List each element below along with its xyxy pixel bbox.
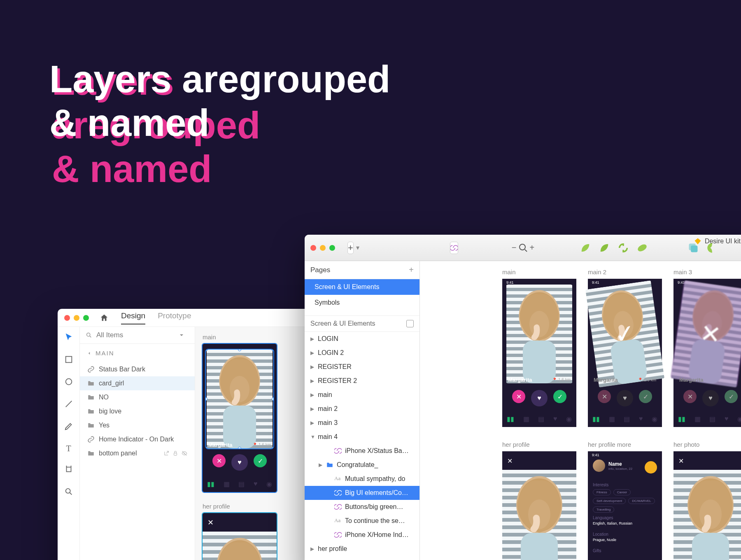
card-photo[interactable]	[206, 350, 273, 448]
interest-tag[interactable]: Fitness	[593, 489, 611, 495]
artboard-her-profile[interactable]: ✕	[203, 513, 277, 560]
export-icon[interactable]	[163, 450, 169, 456]
layer-row[interactable]: bottom panel	[80, 446, 195, 460]
disclosure-arrow-icon[interactable]: ▶	[310, 392, 315, 398]
tree-row[interactable]: ▶Congratulate_	[305, 458, 419, 472]
home-icon[interactable]	[100, 313, 109, 322]
layers-search[interactable]: All Items	[80, 327, 195, 344]
tree-row[interactable]: ▶REGISTER	[305, 360, 419, 374]
tree-row[interactable]: ▶main	[305, 388, 419, 402]
close-icon[interactable]	[64, 315, 70, 321]
tree-row[interactable]: iPhone X/Status Ba…	[305, 444, 419, 458]
tree-row[interactable]: iPhone X/Home Ind…	[305, 528, 419, 542]
tree-row[interactable]: AaMutual sympathy, do	[305, 472, 419, 486]
accept-button[interactable]: ✓	[254, 454, 267, 467]
tree-row[interactable]: Big UI elements/Co…	[305, 486, 419, 500]
insert-button[interactable]: +	[347, 242, 354, 254]
layer-row[interactable]: Yes	[80, 418, 195, 432]
create-symbol-button[interactable]	[450, 242, 458, 254]
zoom-icon[interactable]	[518, 243, 528, 253]
layer-row[interactable]: card_girl	[80, 376, 195, 390]
interest-tag[interactable]: Travelling	[593, 506, 614, 513]
text-tool-icon[interactable]: T	[66, 444, 71, 453]
artboard-main[interactable]: 9:41 Margarita 📍 1.6 km ✕♥✓ ▮▮▦▤♥◉	[502, 279, 576, 427]
visibility-icon[interactable]	[182, 450, 187, 456]
disclosure-arrow-icon[interactable]: ▶	[310, 336, 315, 342]
line-tool-icon[interactable]	[64, 399, 73, 410]
artboard-main-3[interactable]: 9:41 ✕ Margarita ✕♥✓ ▮▮▦▤♥◉	[673, 279, 741, 427]
disclosure-arrow-icon[interactable]: ▶	[319, 462, 323, 468]
ellipse-tool-icon[interactable]	[64, 377, 73, 388]
artboard-label[interactable]: her profile	[502, 441, 576, 448]
nav-grid-icon[interactable]: ▦	[224, 480, 230, 488]
tab-design[interactable]: Design	[121, 311, 145, 324]
rectangle-tool-icon[interactable]	[64, 355, 73, 366]
reject-button[interactable]: ✕	[512, 390, 525, 403]
reject-button[interactable]: ✕	[212, 454, 226, 467]
artboard-her-photo[interactable]: ✕	[673, 451, 741, 560]
minimize-icon[interactable]	[320, 245, 326, 251]
tree-row[interactable]: ▶main 2	[305, 402, 419, 416]
close-icon[interactable]: ✕	[678, 457, 684, 465]
interest-tag[interactable]: Career	[613, 489, 631, 495]
close-icon[interactable]: ✕	[207, 518, 214, 527]
maximize-icon[interactable]	[83, 315, 89, 321]
avatar[interactable]	[593, 460, 605, 472]
layer-row[interactable]: Status Bar Dark	[80, 362, 195, 376]
accept-button[interactable]: ✓	[553, 390, 566, 403]
tree-row[interactable]: ▶REGISTER 2	[305, 374, 419, 388]
canvas[interactable]: ◉ FACEBOOK ◉ INSTAGRAM ◉ FACEBOOK ◉ INST…	[420, 261, 741, 560]
tree-row[interactable]: ▶LOGIN 2	[305, 346, 419, 360]
disclosure-arrow-icon[interactable]: ▶	[310, 378, 315, 384]
breadcrumb[interactable]: MAIN	[80, 344, 195, 362]
zoom-in-button[interactable]: +	[530, 243, 535, 252]
add-page-button[interactable]: +	[409, 265, 414, 275]
close-icon[interactable]: ✕	[507, 457, 513, 465]
disclosure-arrow-icon[interactable]: ▼	[310, 434, 315, 440]
zoom-out-button[interactable]: −	[512, 243, 517, 252]
disclosure-arrow-icon[interactable]: ▶	[310, 350, 315, 356]
tree-row[interactable]: Buttons/big green…	[305, 500, 419, 514]
collapse-icon[interactable]	[406, 320, 414, 327]
interest-tag[interactable]: Self-development	[593, 498, 626, 504]
nav-heart-icon[interactable]: ♥	[254, 480, 258, 488]
nav-chat-icon[interactable]: ▤	[238, 480, 245, 488]
tab-prototype[interactable]: Prototype	[158, 311, 191, 324]
tree-row[interactable]: AaTo continue the se…	[305, 514, 419, 528]
artboard-main[interactable]: Margarita 📍 1.6 km ✕ ♥ ✓ ▮▮ ▦ ▤ ♥ ◉	[203, 344, 277, 492]
select-tool-icon[interactable]	[64, 333, 73, 343]
disclosure-arrow-icon[interactable]: ▶	[310, 546, 315, 552]
artboard-tool-icon[interactable]	[64, 465, 73, 476]
artboard-label[interactable]: main 2	[588, 268, 662, 275]
interest-tag[interactable]: DC/MARVEL	[628, 498, 655, 504]
nav-profile-icon[interactable]: ◉	[266, 480, 272, 488]
lock-icon[interactable]	[172, 450, 178, 456]
page-item[interactable]: Screen & UI Elements	[305, 279, 419, 295]
disclosure-arrow-icon[interactable]: ▶	[310, 364, 315, 370]
fab-button[interactable]	[645, 461, 657, 474]
artboard-main-2[interactable]: 9:41 ✓ Margarita 📍 1.6 km ✕♥✓ ▮▮▦▤♥◉	[588, 279, 662, 427]
pen-tool-icon[interactable]	[64, 422, 73, 432]
artboard-her-profile[interactable]: ✕ Margarita	[502, 451, 576, 560]
like-button[interactable]: ♥	[231, 454, 248, 471]
layer-row[interactable]: NO	[80, 390, 195, 404]
leaf-icon[interactable]	[580, 242, 591, 254]
maximize-icon[interactable]	[329, 245, 335, 251]
nav-cards-icon[interactable]: ▮▮	[507, 415, 514, 423]
pill-icon[interactable]	[636, 242, 648, 254]
nav-cards-icon[interactable]: ▮▮	[207, 480, 214, 488]
leaf-dark-icon[interactable]	[599, 242, 610, 254]
layer-row[interactable]: big love	[80, 404, 195, 418]
artboard-label[interactable]: her photo	[673, 441, 741, 448]
artboard-label[interactable]: main 3	[673, 268, 741, 275]
disclosure-arrow-icon[interactable]: ▶	[310, 406, 315, 412]
minimize-icon[interactable]	[74, 315, 79, 321]
page-item[interactable]: Symbols	[305, 295, 419, 310]
disclosure-arrow-icon[interactable]: ▶	[310, 420, 315, 426]
close-icon[interactable]	[310, 245, 316, 251]
like-button[interactable]: ♥	[531, 390, 548, 406]
tree-row[interactable]: ▶her profile	[305, 542, 419, 556]
tree-row[interactable]: ▼main 4	[305, 430, 419, 444]
dropdown-arrow-icon[interactable]: ▾	[356, 244, 359, 252]
zoom-tool-icon[interactable]	[64, 487, 73, 498]
